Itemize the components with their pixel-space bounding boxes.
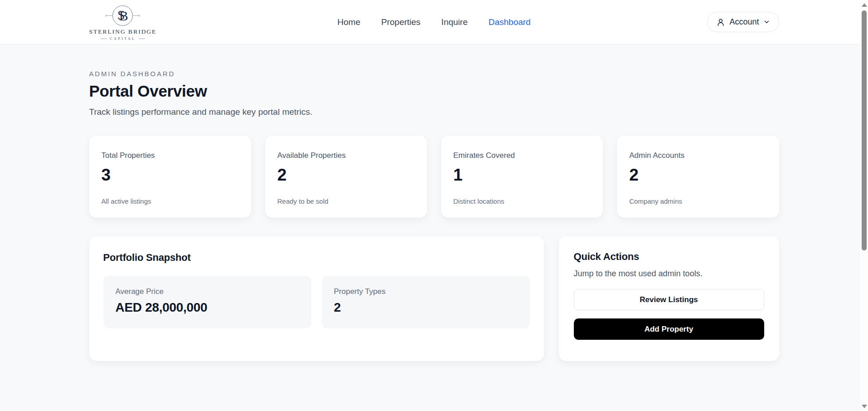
tile-label: Average Price (116, 287, 299, 296)
nav-link-properties[interactable]: Properties (381, 17, 421, 27)
scrollbar-thumb[interactable] (862, 10, 867, 250)
stat-label: Total Properties (102, 151, 239, 160)
nav-link-inquire[interactable]: Inquire (441, 17, 468, 27)
stat-label: Emirates Covered (453, 151, 591, 160)
stat-card-emirates-covered: Emirates Covered 1 Distinct locations (441, 136, 603, 218)
monogram-letter-b: B (119, 8, 128, 24)
logo-circle: S B (112, 5, 133, 26)
stat-note: Company admins (629, 197, 766, 205)
add-property-button[interactable]: Add Property (574, 318, 764, 340)
stat-card-total-properties: Total Properties 3 All active listings (89, 136, 251, 218)
user-icon (716, 18, 725, 27)
stat-card-available-properties: Available Properties 2 Ready to be sold (265, 136, 427, 218)
stats-grid: Total Properties 3 All active listings A… (89, 136, 779, 218)
logo-line-left (106, 15, 112, 16)
brand-name: STERLING BRIDGE (89, 28, 157, 35)
portfolio-tiles: Average Price AED 28,000,000 Property Ty… (103, 276, 530, 328)
stat-note: Ready to be sold (277, 197, 415, 205)
main-content: ADMIN DASHBOARD Portal Overview Track li… (89, 44, 779, 361)
quick-actions-panel: Quick Actions Jump to the most used admi… (559, 236, 779, 361)
logo-dash-right (139, 39, 145, 39)
scrollbar[interactable] (860, 0, 868, 411)
stat-value: 1 (453, 166, 591, 185)
brand-subtitle: CAPITAL (101, 37, 145, 41)
stat-value: 3 (102, 166, 239, 185)
review-listings-button[interactable]: Review Listings (574, 289, 764, 310)
tile-label: Property Types (334, 287, 518, 296)
bottom-row: Portfolio Snapshot Average Price AED 28,… (89, 236, 779, 361)
chevron-down-icon (763, 19, 770, 25)
page-subtitle: Track listings performance and manage ke… (89, 107, 779, 117)
nav-link-dashboard[interactable]: Dashboard (489, 17, 531, 27)
account-label: Account (729, 17, 759, 27)
brand-subtitle-label: CAPITAL (110, 37, 136, 41)
tile-value: 2 (334, 300, 518, 315)
brand-logo[interactable]: S B STERLING BRIDGE CAPITAL (89, 4, 157, 41)
stat-value: 2 (277, 166, 415, 185)
nav-link-home[interactable]: Home (337, 17, 360, 27)
page-title: Portal Overview (89, 82, 779, 100)
stat-value: 2 (629, 166, 766, 185)
stat-note: Distinct locations (453, 197, 591, 205)
tile-average-price: Average Price AED 28,000,000 (103, 276, 311, 328)
stat-card-admin-accounts: Admin Accounts 2 Company admins (617, 136, 779, 218)
stat-label: Available Properties (277, 151, 415, 160)
scroll-up-arrow-icon[interactable] (862, 3, 867, 7)
stat-label: Admin Accounts (629, 151, 766, 160)
portfolio-snapshot-panel: Portfolio Snapshot Average Price AED 28,… (89, 236, 544, 361)
tile-property-types: Property Types 2 (322, 276, 530, 328)
quick-actions-title: Quick Actions (574, 251, 764, 263)
logo-dash-left (101, 39, 107, 39)
top-header: S B STERLING BRIDGE CAPITAL Home Propert… (0, 0, 868, 44)
page-eyebrow: ADMIN DASHBOARD (89, 70, 779, 78)
logo-line-right (133, 15, 140, 16)
portfolio-title: Portfolio Snapshot (103, 252, 530, 264)
brand-monogram-icon: S B (106, 5, 140, 26)
account-menu-button[interactable]: Account (707, 12, 779, 32)
main-nav: Home Properties Inquire Dashboard (337, 17, 530, 27)
scroll-down-arrow-icon[interactable] (862, 405, 867, 408)
quick-actions-subtitle: Jump to the most used admin tools. (574, 269, 764, 279)
stat-note: All active listings (102, 197, 239, 205)
tile-value: AED 28,000,000 (116, 300, 299, 315)
